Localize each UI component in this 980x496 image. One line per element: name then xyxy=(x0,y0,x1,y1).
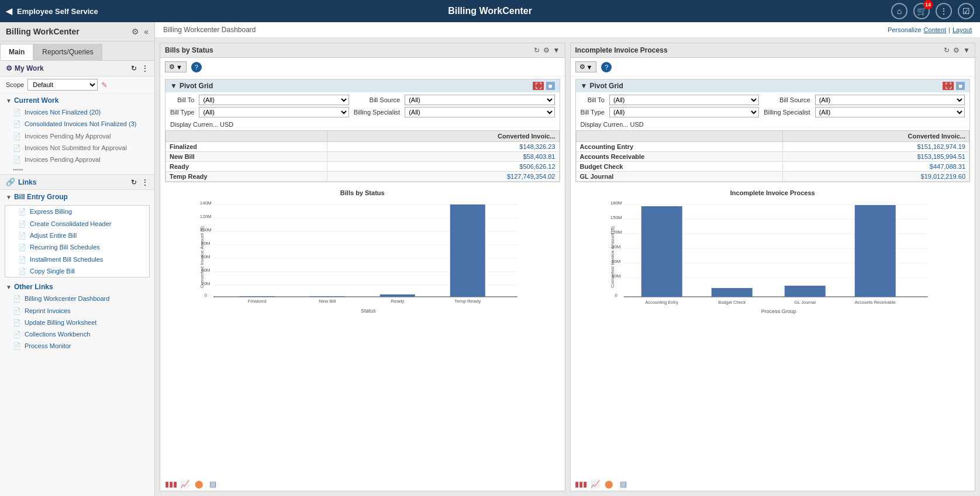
row-amount[interactable]: $58,403.81 xyxy=(327,152,559,162)
more-options-icon[interactable]: ⋮ xyxy=(936,3,952,19)
nav-item-pending-my-approval[interactable]: 📄 Invoices Pending My Approval xyxy=(0,130,154,142)
row-amount[interactable]: $447,088.31 xyxy=(783,162,969,172)
incomplete-pivot-collapse-icon[interactable]: ■ xyxy=(956,82,965,90)
incomplete-line-chart-icon[interactable]: 📈 xyxy=(589,479,601,488)
badge-count: 14 xyxy=(923,0,933,9)
nav-item-consolidated-invoices[interactable]: 📄 Consolidated Invoices Not Finalized (3… xyxy=(0,118,154,130)
bills-settings-icon[interactable]: ⚙ xyxy=(543,46,550,54)
nav-item-collections-workbench[interactable]: 📄 Collections Workbench xyxy=(0,328,154,340)
bar-chart-icon[interactable]: ▮▮▮ xyxy=(165,479,177,488)
bills-pivot-expand-icon[interactable]: ⛶ xyxy=(533,82,544,90)
incomplete-chevron-icon[interactable]: ▼ xyxy=(963,46,970,54)
bills-pivot-collapse-icon[interactable]: ■ xyxy=(546,82,555,90)
row-amount[interactable]: $19,012,219.60 xyxy=(783,172,969,182)
row-amount[interactable]: $506,626.12 xyxy=(327,162,559,172)
svg-text:Process Group: Process Group xyxy=(761,308,796,314)
bills-chart-svg: 140M 120M 100M 80M 60M 40M 20M 0 Convert… xyxy=(165,199,560,315)
scope-label: Scope xyxy=(6,81,24,88)
bills-bill-source-select[interactable]: (All) xyxy=(405,95,554,105)
table-chart-icon[interactable]: ▤ xyxy=(207,479,219,488)
incomplete-settings-icon[interactable]: ⚙ xyxy=(953,46,960,54)
nav-item-reprint-invoices[interactable]: 📄 Reprint Invoices xyxy=(0,305,154,317)
other-links-section[interactable]: ▼ Other Links xyxy=(0,280,154,293)
current-work-section[interactable]: ▼ Current Work xyxy=(0,93,154,106)
nav-label-reprint-invoices: Reprint Invoices xyxy=(25,307,71,315)
notifications-icon[interactable]: 🛒 14 xyxy=(913,3,930,19)
nav-item-installment-bill[interactable]: 📄 Installment Bill Schedules xyxy=(5,254,149,265)
nav-item-not-submitted[interactable]: 📄 Invoices Not Submitted for Approval xyxy=(0,142,154,154)
scope-select[interactable]: Default xyxy=(27,79,98,91)
tab-reports-queries[interactable]: Reports/Queries xyxy=(33,44,102,60)
nav-label-consolidated-invoices: Consolidated Invoices Not Finalized (3) xyxy=(25,120,136,128)
nav-item-process-monitor[interactable]: 📄 Process Monitor xyxy=(0,340,154,352)
svg-rect-19 xyxy=(380,294,415,297)
bills-billing-specialist-select[interactable]: (All) xyxy=(405,107,554,117)
tab-main[interactable]: Main xyxy=(0,44,33,60)
nav-item-copy-single-bill[interactable]: 📄 Copy Single Bill xyxy=(5,265,149,277)
bills-bill-to-label: Bill To xyxy=(170,96,194,103)
bills-billing-specialist-label: Billing Specialist xyxy=(354,109,400,116)
refresh-icon[interactable]: ↻ xyxy=(131,64,137,72)
row-amount[interactable]: $127,749,354.02 xyxy=(327,172,559,182)
line-chart-icon[interactable]: 📈 xyxy=(179,479,191,488)
other-links-title: Other Links xyxy=(14,283,53,291)
row-amount[interactable]: $153,185,994.51 xyxy=(783,152,969,162)
incomplete-refresh-icon[interactable]: ↻ xyxy=(944,46,950,54)
incomplete-bar-chart-icon[interactable]: ▮▮▮ xyxy=(575,479,587,488)
nav-label-invoices-not-finalized: Invoices Not Finalized (20) xyxy=(25,108,101,116)
bills-panel-header: Bills by Status ↻ ⚙ ▼ xyxy=(160,43,565,58)
incomplete-pivot-header-icons: ⛶ ■ xyxy=(943,82,965,90)
svg-text:180M: 180M xyxy=(610,200,622,206)
bills-bill-type-label: Bill Type xyxy=(170,109,194,116)
header-left: ◀ Employee Self Service xyxy=(6,6,98,16)
nav-label-express-billing: Express Billing xyxy=(30,207,72,216)
incomplete-bill-to-select[interactable]: (All) xyxy=(609,95,759,105)
layout-link[interactable]: Layout xyxy=(953,26,972,33)
bills-table-col1 xyxy=(166,131,327,142)
links-refresh-icon[interactable]: ↻ xyxy=(131,178,137,186)
sidebar-gear-icon[interactable]: ⚙ xyxy=(132,27,139,36)
row-amount[interactable]: $151,162,974.19 xyxy=(783,142,969,152)
incomplete-gear-button[interactable]: ⚙ ▼ xyxy=(575,61,597,72)
nav-item-pending-approval[interactable]: 📄 Invoices Pending Approval xyxy=(0,154,154,165)
nav-item-invoices-not-finalized[interactable]: 📄 Invoices Not Finalized (20) xyxy=(0,106,154,118)
incomplete-bill-source-select[interactable]: (All) xyxy=(815,95,965,105)
links-more-icon[interactable]: ⋮ xyxy=(142,178,149,186)
bills-help-button[interactable]: ? xyxy=(191,62,202,72)
bills-bill-to-select[interactable]: (All) xyxy=(199,95,348,105)
home-icon[interactable]: ⌂ xyxy=(891,3,907,19)
incomplete-pie-chart-icon[interactable]: ⬤ xyxy=(603,479,615,488)
bills-gear-button[interactable]: ⚙ ▼ xyxy=(165,61,187,72)
nav-item-billing-dashboard[interactable]: 📄 Billing Workcenter Dashboard xyxy=(0,293,154,304)
incomplete-help-button[interactable]: ? xyxy=(601,62,612,72)
bills-refresh-icon[interactable]: ↻ xyxy=(534,46,540,54)
bills-bill-type-select[interactable]: (All) xyxy=(199,107,348,117)
personalize-bar: Personalize Content | Layout xyxy=(888,26,972,33)
pie-chart-icon[interactable]: ⬤ xyxy=(193,479,205,488)
nav-item-create-consolidated[interactable]: 📄 Create Consolidated Header xyxy=(5,218,149,230)
nav-item-express-billing[interactable]: 📄 Express Billing xyxy=(5,206,149,217)
incomplete-billing-specialist-select[interactable]: (All) xyxy=(815,107,965,117)
nav-item-update-billing-worksheet[interactable]: 📄 Update Billing Worksheet xyxy=(0,317,154,328)
doc-icon-5: 📄 xyxy=(13,156,21,164)
row-label: GL Journal xyxy=(576,172,783,182)
bills-pivot-header-left: ▼ Pivot Grid xyxy=(170,82,213,90)
links-header-icons: ↻ ⋮ xyxy=(131,178,149,186)
svg-text:Accounts Receivable: Accounts Receivable xyxy=(854,300,895,305)
content-link[interactable]: Content xyxy=(924,26,947,33)
incomplete-table-chart-icon[interactable]: ▤ xyxy=(617,479,629,488)
pencil-icon[interactable]: ✎ xyxy=(101,81,108,89)
sidebar-collapse-icon[interactable]: « xyxy=(144,27,149,36)
incomplete-bill-type-select[interactable]: (All) xyxy=(609,107,759,117)
incomplete-pivot-expand-icon[interactable]: ⛶ xyxy=(943,82,954,90)
user-icon[interactable]: ☑ xyxy=(958,3,974,19)
doc-icon-13: 📄 xyxy=(13,307,21,315)
row-amount[interactable]: $148,326.23 xyxy=(327,142,559,152)
nav-item-adjust-entire-bill[interactable]: 📄 Adjust Entire Bill xyxy=(5,230,149,241)
nav-item-recurring-bill[interactable]: 📄 Recurring Bill Schedules xyxy=(5,241,149,253)
incomplete-pivot-filters: Bill To (All) Bill Source (All) Bill Typ… xyxy=(576,92,970,120)
bills-chevron-icon[interactable]: ▼ xyxy=(553,46,560,54)
bill-entry-group-section[interactable]: ▼ Bill Entry Group xyxy=(0,190,154,203)
back-arrow-icon[interactable]: ◀ xyxy=(6,6,12,16)
my-work-more-icon[interactable]: ⋮ xyxy=(142,64,149,72)
